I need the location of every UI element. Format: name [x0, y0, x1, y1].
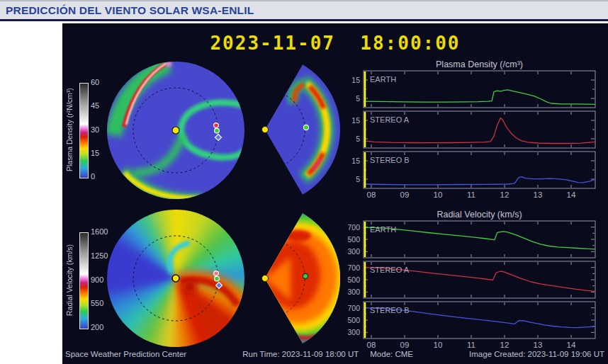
velocity-colorbar [79, 232, 89, 329]
y-tick-label: 5 [356, 94, 360, 103]
y-tick-label: 5 [356, 135, 360, 143]
panel-label: STEREO B [370, 306, 410, 314]
panel-label: STEREO A [370, 115, 410, 124]
y-tick-label: 700 [347, 263, 360, 272]
y-tick-label: 500 [347, 235, 360, 244]
series-line-earth [364, 90, 595, 105]
velocity-colorbar-label: Radial Velocity (km/s) [64, 225, 74, 335]
y-tick-label: 15 [351, 157, 360, 165]
cbar-tick-label: 0 [91, 172, 95, 181]
y-tick-label: 15 [351, 76, 360, 84]
timeseries-charts: Plasma Density (/cm³)155EARTH155STEREO A… [347, 59, 595, 349]
velocity-colorbar-gradient [80, 233, 88, 329]
cbar-tick-label: 200 [91, 323, 103, 331]
y-tick-label: 700 [347, 223, 360, 232]
density-colorbar [79, 83, 89, 178]
cbar-tick-label: 1250 [91, 251, 108, 260]
footer-source: Space Weather Prediction Center [65, 350, 186, 358]
y-tick-label: 700 [347, 304, 360, 312]
y-tick-label: 500 [347, 275, 360, 284]
stereo-a-marker [214, 123, 219, 128]
velocity-cyan-curl [170, 243, 190, 273]
velocity-meridional-map [248, 192, 359, 364]
cbar-tick-label: 1600 [91, 227, 108, 236]
x-tick-label: 12 [500, 190, 510, 199]
cbar-tick-label: 30 [91, 125, 99, 134]
page: PREDICCIÓN DEL VIENTO SOLAR WSA-ENLIL [0, 0, 608, 364]
y-tick-label: 5 [356, 175, 360, 183]
density-disk-map [107, 61, 244, 200]
panel-label: STEREO A [370, 266, 410, 274]
page-title: PREDICCIÓN DEL VIENTO SOLAR WSA-ENLIL [0, 1, 608, 17]
x-tick-label: 12 [500, 341, 510, 349]
page-header: PREDICCIÓN DEL VIENTO SOLAR WSA-ENLIL [0, 0, 608, 21]
panel-footer: Space Weather Prediction Center Run Time… [65, 350, 604, 358]
y-tick-label: 300 [347, 328, 360, 336]
chart-box [364, 221, 595, 258]
panel-label: EARTH [370, 225, 396, 234]
x-tick-label: 11 [467, 190, 475, 199]
y-tick-label: 300 [347, 288, 360, 296]
wedge-red-upper [286, 230, 311, 241]
earth-marker [215, 128, 220, 133]
x-tick-label: 11 [467, 341, 475, 349]
earth-marker [303, 273, 308, 278]
cbar-tick-label: 15 [91, 149, 99, 157]
series-line-stereo-b [364, 177, 595, 185]
cbar-tick-label: 60 [91, 78, 99, 86]
y-tick-label: 500 [347, 316, 360, 324]
x-tick-label: 08 [367, 190, 376, 199]
cbar-tick-label: 900 [91, 275, 103, 284]
earth-marker [215, 276, 220, 281]
sun-marker [172, 127, 179, 134]
velocity-red-center [183, 280, 197, 294]
density-colorbar-gradient [80, 84, 88, 178]
footer-runtime-group: Run Time: 2023-11-09 18:00 UTMode: CME [237, 350, 419, 358]
x-tick-label: 13 [534, 341, 543, 349]
velocity-disk-overlays [133, 236, 242, 342]
sun-marker [262, 127, 269, 133]
series-line-earth [364, 227, 595, 249]
earth-marker [303, 125, 308, 130]
sun-marker [262, 275, 269, 282]
x-tick-label: 10 [434, 341, 443, 349]
panel-label: EARTH [370, 75, 396, 84]
enlil-scene: Plasma Density (/cm³)155EARTH155STEREO A… [62, 23, 608, 364]
footer-mode: Mode: CME [370, 350, 413, 358]
sun-marker [172, 275, 179, 282]
cbar-tick-label: 45 [91, 101, 99, 110]
chart-title: Plasma Density (/cm³) [436, 59, 523, 69]
x-tick-label: 13 [534, 190, 543, 199]
footer-run-time: Run Time: 2023-11-09 18:00 UT [242, 350, 359, 358]
cme-streak-tip [166, 61, 172, 67]
x-tick-label: 09 [400, 190, 410, 199]
y-tick-label: 15 [351, 116, 360, 125]
density-meridional-map [262, 64, 341, 195]
stereo-a-marker [214, 271, 219, 276]
frame-timestamp: 2023-11-07 18:00:00 [62, 33, 608, 54]
y-tick-label: 300 [347, 247, 360, 256]
x-tick-label: 14 [567, 341, 576, 349]
x-tick-label: 09 [400, 341, 410, 349]
x-tick-label: 08 [367, 341, 376, 349]
footer-created: Image Created: 2023-11-09 19:06 UT [469, 350, 604, 358]
density-colorbar-label: Plasma Density (r²N/cm³) [64, 76, 74, 184]
chart-title: Radial Velocity (km/s) [437, 210, 522, 220]
cbar-tick-label: 550 [91, 299, 103, 307]
enlil-visualization-panel: Plasma Density (/cm³)155EARTH155STEREO A… [62, 23, 608, 364]
panel-label: STEREO B [370, 156, 410, 164]
x-tick-label: 10 [434, 190, 443, 199]
x-tick-label: 14 [567, 190, 576, 199]
